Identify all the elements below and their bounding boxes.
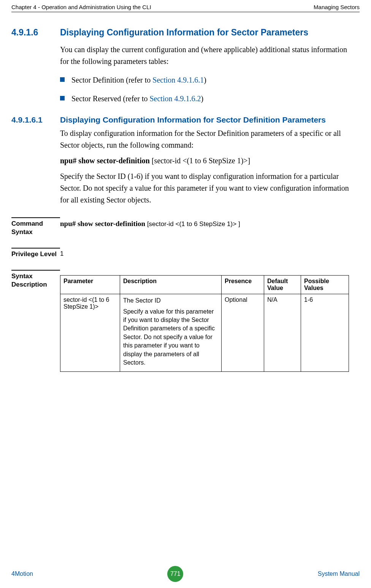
subsection-p2: Specify the Sector ID (1-6) if you want … [60,171,349,206]
desc-p2: Specify a value for this parameter if yo… [123,308,218,367]
command-syntax-block: Command Syntax npu# show sector-definiti… [11,217,360,236]
page-footer: 4Motion 771 System Manual [11,566,360,582]
page-header: Chapter 4 - Operation and Administration… [11,4,360,12]
table-row: sector-id <(1 to 6 StepSize 1)> The Sect… [60,294,349,372]
bullet-icon [60,96,65,100]
section-link[interactable]: Section 4.9.1.6.1 [152,76,204,84]
td-description: The Sector ID Specify a value for this p… [120,294,222,372]
syntax-table: Parameter Description Presence Default V… [60,275,349,372]
subsection-number: 4.9.1.6.1 [11,115,60,124]
privilege-level-value: 1 [60,250,63,258]
footer-right: System Manual [318,570,360,577]
th-description: Description [120,276,222,294]
th-possible-values: Possible Values [301,276,349,294]
command-bold: npu# show sector-definition [60,156,150,165]
subsection-p1: To display configuration information for… [60,127,349,151]
bullet-suffix: ) [204,76,206,84]
bullet-text: Sector Reserved (refer to Section 4.9.1.… [71,93,203,105]
section-link[interactable]: Section 4.9.1.6.2 [149,94,201,103]
section-heading: 4.9.1.6 Displaying Configuration Informa… [11,27,360,38]
page: Chapter 4 - Operation and Administration… [0,0,371,372]
bullet-item: Sector Definition (refer to Section 4.9.… [60,74,349,86]
header-left: Chapter 4 - Operation and Administration… [11,4,151,10]
command-syntax-value: npu# show sector-definition [sector-id <… [60,220,240,236]
command-args: [sector-id <(1 to 6 StepSize 1)>] [150,156,250,165]
th-parameter: Parameter [60,276,120,294]
section-title: Displaying Configuration Information for… [60,27,308,38]
th-presence: Presence [222,276,264,294]
command-bold: npu# show sector-definition [60,220,145,228]
th-default-value: Default Value [264,276,301,294]
table-header-row: Parameter Description Presence Default V… [60,276,349,294]
subsection-title: Displaying Configuration Information for… [60,115,326,124]
bullet-prefix: Sector Definition (refer to [71,76,152,84]
subsection-heading: 4.9.1.6.1 Displaying Configuration Infor… [11,115,360,124]
header-right: Managing Sectors [314,4,360,10]
syntax-table-wrap: Parameter Description Presence Default V… [60,272,349,372]
td-default-value: N/A [264,294,301,372]
section-intro: You can display the current configuratio… [60,44,349,67]
bullet-suffix: ) [201,94,203,103]
rule-line [11,248,60,249]
td-possible-values: 1-6 [301,294,349,372]
bullet-prefix: Sector Reserved (refer to [71,94,149,103]
desc-p1: The Sector ID [123,296,218,305]
page-number-badge: 771 [167,566,183,582]
footer-left: 4Motion [11,570,33,577]
td-parameter: sector-id <(1 to 6 StepSize 1)> [60,294,120,372]
command-syntax-label: Command Syntax [11,220,60,236]
syntax-description-block: Syntax Description Parameter Description… [11,270,360,372]
rule-line [11,217,60,218]
privilege-level-block: Privilege Level 1 [11,248,360,258]
bullet-list: Sector Definition (refer to Section 4.9.… [60,74,349,105]
bullet-item: Sector Reserved (refer to Section 4.9.1.… [60,93,349,105]
bullet-text: Sector Definition (refer to Section 4.9.… [71,74,206,86]
rule-line [11,270,60,271]
td-presence: Optional [222,294,264,372]
section-number: 4.9.1.6 [11,27,60,38]
command-line: npu# show sector-definition [sector-id <… [60,155,349,167]
privilege-level-label: Privilege Level [11,250,60,258]
bullet-icon [60,77,65,82]
syntax-description-label: Syntax Description [11,272,60,372]
command-args: [sector-id <(1 to 6 StepSize 1)> ] [145,220,240,228]
